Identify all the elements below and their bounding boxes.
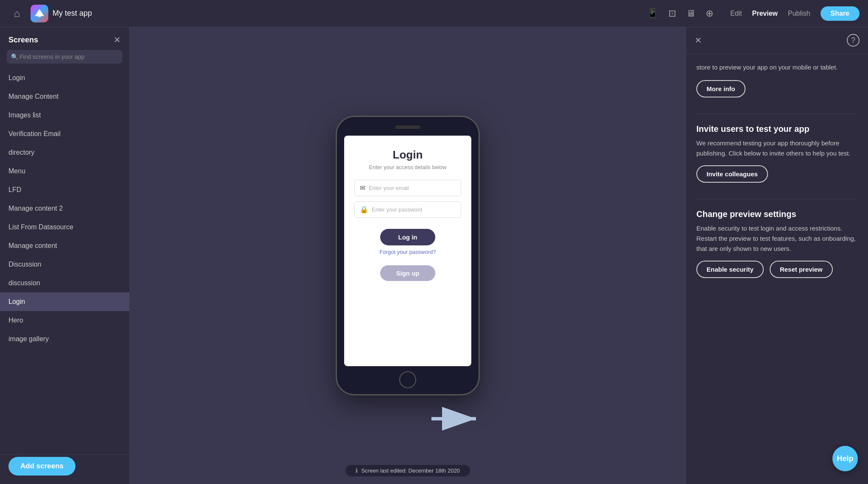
phone-home-button[interactable] <box>399 371 416 388</box>
login-subtitle: Enter your access details below <box>369 164 447 170</box>
device-icons: 📱 ⊡ 🖥 ⊕ <box>647 8 713 19</box>
sidebar-item-images-list[interactable]: Images list <box>0 106 129 125</box>
sidebar-item-menu[interactable]: Menu <box>0 162 129 181</box>
publish-link[interactable]: Publish <box>788 10 810 17</box>
right-panel: ✕ ? store to preview your app on your mo… <box>686 27 868 484</box>
divider-2 <box>696 199 858 199</box>
sidebar-item-list-from-datasource[interactable]: List From Datasource <box>0 218 129 236</box>
tablet-icon[interactable]: ⊡ <box>668 8 676 19</box>
settings-text: Enable security to test login and access… <box>696 223 858 254</box>
sidebar-item-discussion-cap[interactable]: Discussion <box>0 255 129 274</box>
main-area: Screens ✕ 🔍 Login Manage Content Images … <box>0 27 868 484</box>
sidebar-title: Screens <box>8 36 38 45</box>
invite-text: We recommend testing your app thoroughly… <box>696 138 858 159</box>
store-text: store to preview your app on your mobile… <box>696 62 858 72</box>
search-wrapper: 🔍 <box>7 50 122 64</box>
app-logo <box>31 5 48 22</box>
sidebar: Screens ✕ 🔍 Login Manage Content Images … <box>0 27 130 484</box>
right-panel-header: ✕ ? <box>686 27 868 54</box>
status-text: Screen last edited: December 18th 2020 <box>361 467 460 474</box>
more-info-button[interactable]: More info <box>696 80 746 97</box>
help-fab[interactable]: Help <box>832 446 858 471</box>
sidebar-item-manage-content[interactable]: Manage Content <box>0 87 129 106</box>
login-button[interactable]: Log in <box>380 229 435 245</box>
sidebar-item-manage-content-2[interactable]: Manage content 2 <box>0 199 129 218</box>
top-nav: ⌂ My test app 📱 ⊡ 🖥 ⊕ Edit Preview Publi… <box>0 0 868 27</box>
sidebar-item-hero[interactable]: Hero <box>0 311 129 330</box>
phone-speaker <box>395 125 420 129</box>
sidebar-item-manage-content-lower[interactable]: Manage content <box>0 236 129 255</box>
canvas-area: Login Enter your access details below ✉ … <box>130 27 686 484</box>
phone-screen: Login Enter your access details below ✉ … <box>344 136 471 366</box>
sidebar-item-discussion[interactable]: discussion <box>0 274 129 292</box>
arrow-icon <box>431 406 482 431</box>
lock-icon: 🔒 <box>360 206 368 214</box>
divider-1 <box>696 114 858 114</box>
login-title: Login <box>393 148 423 161</box>
sidebar-close-icon[interactable]: ✕ <box>114 35 121 45</box>
password-placeholder: Enter your password <box>372 206 422 213</box>
preview-link[interactable]: Preview <box>752 10 778 17</box>
sidebar-list: Login Manage Content Images list Verific… <box>0 69 129 454</box>
arrow-container <box>431 406 482 433</box>
phone-icon[interactable]: 📱 <box>647 8 658 19</box>
add-screens-button[interactable]: Add screens <box>8 457 75 476</box>
edit-link[interactable]: Edit <box>730 10 742 17</box>
search-input[interactable] <box>7 50 122 64</box>
sidebar-footer: Add screens <box>0 454 129 484</box>
phone-frame: Login Enter your access details below ✉ … <box>336 116 480 395</box>
app-title: My test app <box>53 9 92 18</box>
status-bar: ℹ Screen last edited: December 18th 2020 <box>345 465 470 476</box>
enable-security-button[interactable]: Enable security <box>696 261 764 278</box>
signup-button[interactable]: Sign up <box>380 265 435 281</box>
sidebar-item-login-active[interactable]: Login <box>0 292 129 311</box>
invite-colleagues-button[interactable]: Invite colleagues <box>696 165 768 183</box>
nav-actions: Edit Preview Publish Share <box>730 6 860 21</box>
sidebar-item-lfd[interactable]: LFD <box>0 181 129 199</box>
right-panel-body: store to preview your app on your mobile… <box>686 54 868 484</box>
sidebar-item-verification-email[interactable]: Verification Email <box>0 125 129 143</box>
email-placeholder: Enter your email <box>369 185 409 191</box>
password-input-row[interactable]: 🔒 Enter your password <box>354 201 461 218</box>
svg-point-0 <box>37 13 42 17</box>
info-icon: ℹ <box>356 467 358 474</box>
sidebar-item-login-top[interactable]: Login <box>0 69 129 87</box>
sidebar-header: Screens ✕ <box>0 27 129 50</box>
forgot-password-link[interactable]: Forgot your password? <box>380 249 436 255</box>
desktop-icon[interactable]: 🖥 <box>686 8 696 19</box>
email-icon: ✉ <box>360 184 365 192</box>
help-circle-icon[interactable]: ? <box>847 34 860 47</box>
right-panel-close-icon[interactable]: ✕ <box>695 35 702 45</box>
invite-title: Invite users to test your app <box>696 124 858 134</box>
sidebar-item-directory[interactable]: directory <box>0 143 129 162</box>
settings-title: Change preview settings <box>696 209 858 219</box>
home-icon[interactable]: ⌂ <box>8 5 25 22</box>
panel-action-row: Enable security Reset preview <box>696 261 858 278</box>
email-input-row[interactable]: ✉ Enter your email <box>354 180 461 196</box>
sidebar-item-image-gallery[interactable]: image gallery <box>0 330 129 348</box>
share-button[interactable]: Share <box>821 6 860 21</box>
reset-preview-button[interactable]: Reset preview <box>770 261 833 278</box>
zoom-icon[interactable]: ⊕ <box>706 8 713 19</box>
